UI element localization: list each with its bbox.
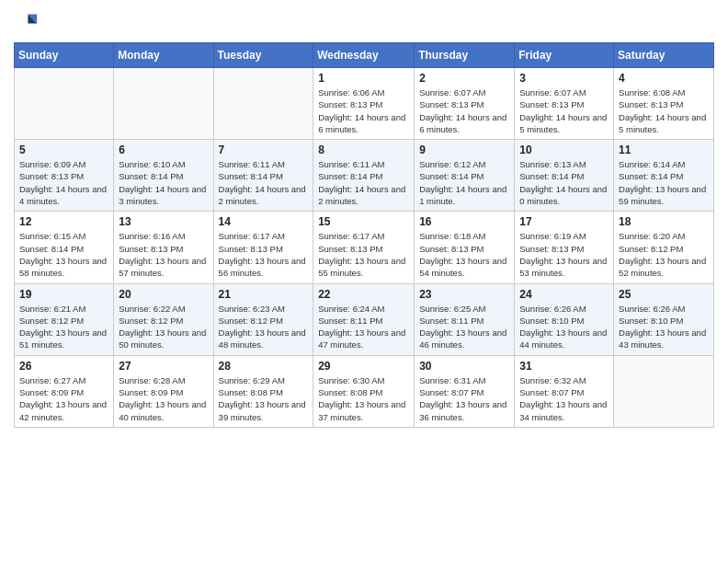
day-info: Sunrise: 6:18 AMSunset: 8:13 PMDaylight:…: [419, 230, 509, 279]
calendar-cell: 16Sunrise: 6:18 AMSunset: 8:13 PMDayligh…: [415, 212, 515, 283]
day-number: 7: [219, 144, 309, 156]
day-number: 27: [119, 360, 208, 373]
calendar-cell: [614, 355, 714, 427]
day-info: Sunrise: 6:15 AMSunset: 8:14 PMDaylight:…: [19, 230, 108, 279]
day-info: Sunrise: 6:14 AMSunset: 8:14 PMDaylight:…: [619, 158, 709, 207]
day-info: Sunrise: 6:13 AMSunset: 8:14 PMDaylight:…: [519, 158, 609, 207]
calendar-cell: 7Sunrise: 6:11 AMSunset: 8:14 PMDaylight…: [213, 140, 313, 212]
weekday-friday: Friday: [515, 43, 614, 68]
weekday-wednesday: Wednesday: [313, 43, 415, 68]
calendar-cell: [15, 68, 114, 140]
day-number: 2: [419, 72, 509, 85]
calendar-cell: 21Sunrise: 6:23 AMSunset: 8:12 PMDayligh…: [213, 283, 313, 355]
day-info: Sunrise: 6:17 AMSunset: 8:13 PMDaylight:…: [318, 230, 409, 279]
day-number: 19: [19, 288, 108, 301]
day-number: 15: [318, 215, 409, 228]
day-number: 17: [519, 215, 609, 228]
day-number: 5: [19, 144, 108, 156]
day-info: Sunrise: 6:31 AMSunset: 8:07 PMDaylight:…: [419, 374, 509, 423]
calendar-cell: 6Sunrise: 6:10 AMSunset: 8:14 PMDaylight…: [114, 140, 213, 212]
day-number: 11: [619, 144, 709, 156]
calendar-cell: 9Sunrise: 6:12 AMSunset: 8:14 PMDaylight…: [415, 140, 515, 212]
header: [14, 9, 714, 35]
calendar-cell: 8Sunrise: 6:11 AMSunset: 8:14 PMDaylight…: [313, 140, 415, 212]
weekday-sunday: Sunday: [15, 43, 114, 68]
day-info: Sunrise: 6:30 AMSunset: 8:08 PMDaylight:…: [318, 374, 409, 423]
calendar-cell: 20Sunrise: 6:22 AMSunset: 8:12 PMDayligh…: [114, 283, 213, 355]
day-number: 3: [519, 72, 609, 85]
calendar-cell: 4Sunrise: 6:08 AMSunset: 8:13 PMDaylight…: [614, 68, 714, 140]
weekday-header-row: SundayMondayTuesdayWednesdayThursdayFrid…: [15, 43, 714, 68]
calendar-cell: 18Sunrise: 6:20 AMSunset: 8:12 PMDayligh…: [614, 212, 714, 283]
calendar-cell: 5Sunrise: 6:09 AMSunset: 8:13 PMDaylight…: [15, 140, 114, 212]
calendar-cell: 28Sunrise: 6:29 AMSunset: 8:08 PMDayligh…: [213, 355, 313, 427]
calendar-cell: 13Sunrise: 6:16 AMSunset: 8:13 PMDayligh…: [114, 212, 213, 283]
calendar-cell: 27Sunrise: 6:28 AMSunset: 8:09 PMDayligh…: [114, 355, 213, 427]
weekday-saturday: Saturday: [614, 43, 714, 68]
calendar-cell: 11Sunrise: 6:14 AMSunset: 8:14 PMDayligh…: [614, 140, 714, 212]
day-info: Sunrise: 6:23 AMSunset: 8:12 PMDaylight:…: [219, 303, 309, 351]
day-number: 16: [419, 215, 509, 228]
calendar-cell: 17Sunrise: 6:19 AMSunset: 8:13 PMDayligh…: [515, 212, 614, 283]
day-info: Sunrise: 6:07 AMSunset: 8:13 PMDaylight:…: [519, 86, 609, 135]
day-info: Sunrise: 6:10 AMSunset: 8:14 PMDaylight:…: [119, 158, 208, 207]
page: SundayMondayTuesdayWednesdayThursdayFrid…: [0, 0, 728, 437]
day-number: 25: [619, 288, 709, 301]
day-number: 24: [519, 288, 609, 301]
day-number: 21: [219, 288, 309, 301]
day-info: Sunrise: 6:11 AMSunset: 8:14 PMDaylight:…: [318, 158, 409, 207]
calendar-cell: 31Sunrise: 6:32 AMSunset: 8:07 PMDayligh…: [515, 355, 614, 427]
day-number: 18: [619, 215, 709, 228]
weekday-thursday: Thursday: [415, 43, 515, 68]
day-info: Sunrise: 6:22 AMSunset: 8:12 PMDaylight:…: [119, 303, 208, 351]
day-number: 28: [219, 360, 309, 373]
calendar-cell: [213, 68, 313, 140]
day-number: 10: [519, 144, 609, 156]
day-number: 6: [119, 144, 208, 156]
weekday-tuesday: Tuesday: [213, 43, 313, 68]
day-number: 9: [419, 144, 509, 156]
calendar-cell: 26Sunrise: 6:27 AMSunset: 8:09 PMDayligh…: [15, 355, 114, 427]
day-number: 20: [119, 288, 208, 301]
week-row-5: 26Sunrise: 6:27 AMSunset: 8:09 PMDayligh…: [15, 355, 714, 427]
day-info: Sunrise: 6:19 AMSunset: 8:13 PMDaylight:…: [519, 230, 609, 279]
day-number: 31: [519, 360, 609, 373]
calendar-cell: [114, 68, 213, 140]
calendar-cell: 15Sunrise: 6:17 AMSunset: 8:13 PMDayligh…: [313, 212, 415, 283]
week-row-1: 1Sunrise: 6:06 AMSunset: 8:13 PMDaylight…: [15, 68, 714, 140]
day-number: 22: [318, 288, 409, 301]
day-number: 23: [419, 288, 509, 301]
day-number: 12: [19, 215, 108, 228]
calendar-cell: 19Sunrise: 6:21 AMSunset: 8:12 PMDayligh…: [15, 283, 114, 355]
day-info: Sunrise: 6:12 AMSunset: 8:14 PMDaylight:…: [419, 158, 509, 207]
day-info: Sunrise: 6:16 AMSunset: 8:13 PMDaylight:…: [119, 230, 208, 279]
calendar-cell: 29Sunrise: 6:30 AMSunset: 8:08 PMDayligh…: [313, 355, 415, 427]
day-number: 8: [318, 144, 409, 156]
logo: [14, 9, 43, 35]
day-info: Sunrise: 6:26 AMSunset: 8:10 PMDaylight:…: [519, 303, 609, 351]
weekday-monday: Monday: [114, 43, 213, 68]
day-number: 26: [19, 360, 108, 373]
day-info: Sunrise: 6:07 AMSunset: 8:13 PMDaylight:…: [419, 86, 509, 135]
calendar-cell: 12Sunrise: 6:15 AMSunset: 8:14 PMDayligh…: [15, 212, 114, 283]
calendar-cell: 2Sunrise: 6:07 AMSunset: 8:13 PMDaylight…: [415, 68, 515, 140]
calendar-cell: 25Sunrise: 6:26 AMSunset: 8:10 PMDayligh…: [614, 283, 714, 355]
day-number: 14: [219, 215, 309, 228]
day-info: Sunrise: 6:26 AMSunset: 8:10 PMDaylight:…: [619, 303, 709, 351]
calendar-cell: 22Sunrise: 6:24 AMSunset: 8:11 PMDayligh…: [313, 283, 415, 355]
day-info: Sunrise: 6:28 AMSunset: 8:09 PMDaylight:…: [119, 374, 208, 423]
calendar-cell: 1Sunrise: 6:06 AMSunset: 8:13 PMDaylight…: [313, 68, 415, 140]
calendar-cell: 14Sunrise: 6:17 AMSunset: 8:13 PMDayligh…: [213, 212, 313, 283]
day-info: Sunrise: 6:20 AMSunset: 8:12 PMDaylight:…: [619, 230, 709, 279]
day-info: Sunrise: 6:06 AMSunset: 8:13 PMDaylight:…: [318, 86, 409, 135]
calendar-table: SundayMondayTuesdayWednesdayThursdayFrid…: [14, 42, 714, 428]
day-number: 13: [119, 215, 208, 228]
day-info: Sunrise: 6:17 AMSunset: 8:13 PMDaylight:…: [219, 230, 309, 279]
day-info: Sunrise: 6:24 AMSunset: 8:11 PMDaylight:…: [318, 303, 409, 351]
logo-icon: [14, 9, 40, 35]
calendar-cell: 24Sunrise: 6:26 AMSunset: 8:10 PMDayligh…: [515, 283, 614, 355]
calendar-cell: 30Sunrise: 6:31 AMSunset: 8:07 PMDayligh…: [415, 355, 515, 427]
day-info: Sunrise: 6:09 AMSunset: 8:13 PMDaylight:…: [19, 158, 108, 207]
calendar-cell: 10Sunrise: 6:13 AMSunset: 8:14 PMDayligh…: [515, 140, 614, 212]
calendar-cell: 3Sunrise: 6:07 AMSunset: 8:13 PMDaylight…: [515, 68, 614, 140]
